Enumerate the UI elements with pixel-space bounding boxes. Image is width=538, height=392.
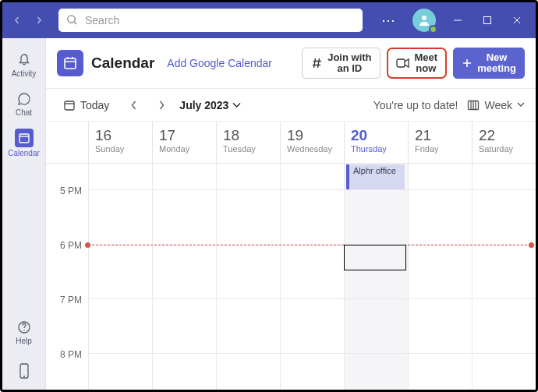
video-icon (396, 58, 410, 69)
chevron-down-icon (232, 102, 241, 108)
main-panel: Calendar Add Google Calendar Join withan… (46, 38, 536, 390)
user-avatar[interactable] (412, 9, 436, 32)
title-bar: ⋯ (2, 2, 536, 38)
add-google-calendar-link[interactable]: Add Google Calendar (167, 57, 272, 69)
hour-label: 5 PM (46, 184, 88, 238)
help-icon (16, 320, 32, 335)
device-icon (17, 362, 31, 380)
day-header-today[interactable]: 20Thursday (344, 122, 408, 163)
search-wrapper (58, 9, 363, 32)
header-actions: Join withan ID Meetnow Newmeeting (302, 48, 525, 79)
rail-device[interactable] (3, 352, 45, 390)
calendar-header: Calendar Add Google Calendar Join withan… (46, 38, 536, 89)
chat-icon (16, 91, 32, 107)
rail-label: Chat (16, 108, 32, 117)
sync-status: You're up to date! (373, 99, 458, 111)
next-period[interactable] (151, 95, 172, 115)
calendar-app-icon (57, 50, 83, 76)
hour-row[interactable]: 6 PM (46, 244, 536, 298)
nav-forward[interactable] (30, 12, 48, 29)
week-icon (467, 100, 480, 111)
rail-help[interactable]: Help (3, 313, 45, 351)
hour-row[interactable]: 5 PM (46, 189, 536, 244)
rail-label: Help (16, 337, 32, 345)
meet-now-button[interactable]: Meetnow (387, 48, 448, 79)
rail-calendar[interactable]: Calendar (3, 124, 45, 161)
svg-point-0 (68, 16, 75, 23)
day-header[interactable]: 21Friday (408, 122, 472, 163)
calendar-event[interactable]: Alphr office (346, 164, 405, 190)
more-options[interactable]: ⋯ (373, 12, 403, 29)
presence-badge (429, 25, 437, 34)
hash-icon (310, 57, 323, 69)
rail-activity[interactable]: Activity (3, 46, 45, 83)
hour-label: 7 PM (46, 293, 88, 348)
svg-rect-6 (20, 364, 28, 378)
svg-rect-3 (19, 134, 29, 143)
hour-label (46, 164, 88, 184)
maximize-button[interactable] (475, 8, 500, 33)
hour-label: 8 PM (46, 348, 88, 390)
calendar-today-icon (63, 99, 76, 111)
app-window: ⋯ Activity Chat Calendar (0, 0, 538, 392)
calendar-subheader: Today July 2023 You're up to date! Week (46, 89, 536, 122)
svg-rect-8 (397, 59, 405, 67)
rail-label: Calendar (8, 149, 40, 157)
rail-chat[interactable]: Chat (3, 85, 45, 122)
svg-rect-2 (484, 17, 491, 24)
new-meeting-button[interactable]: Newmeeting (453, 48, 525, 79)
search-icon (66, 14, 78, 26)
prev-period[interactable] (123, 95, 143, 115)
svg-rect-9 (65, 101, 74, 110)
day-header[interactable]: 18Tuesday (216, 122, 280, 163)
today-button[interactable]: Today (57, 96, 115, 115)
month-picker[interactable]: July 2023 (179, 99, 241, 111)
close-button[interactable] (504, 8, 529, 33)
hour-row[interactable]: 7 PM (46, 298, 536, 353)
svg-rect-7 (65, 58, 76, 69)
svg-point-1 (422, 16, 427, 20)
nav-back[interactable] (9, 12, 26, 29)
rail-label: Activity (12, 69, 37, 78)
bell-icon (16, 52, 32, 68)
svg-point-5 (23, 330, 24, 330)
view-picker[interactable]: Week (467, 99, 525, 111)
minimize-button[interactable] (445, 8, 470, 33)
day-header[interactable]: 16Sunday (88, 122, 152, 163)
day-header[interactable]: 17Monday (152, 122, 216, 163)
calendar-grid: 16Sunday 17Monday 18Tuesday 19Wednesday … (46, 122, 536, 390)
day-header[interactable]: 22Saturday (472, 122, 536, 163)
plus-icon (462, 58, 473, 69)
person-icon (418, 14, 430, 26)
day-header-row: 16Sunday 17Monday 18Tuesday 19Wednesday … (46, 122, 536, 164)
search-input[interactable] (58, 9, 363, 32)
hour-row[interactable]: Alphr office (46, 164, 536, 189)
join-with-id-button[interactable]: Join withan ID (302, 48, 380, 79)
hour-row[interactable]: 8 PM (46, 353, 536, 390)
app-body: Activity Chat Calendar Help Calenda (2, 38, 536, 390)
page-title: Calendar (91, 55, 154, 72)
hour-label: 6 PM (46, 238, 88, 293)
chevron-down-icon (517, 102, 525, 108)
calendar-icon (15, 129, 34, 147)
current-time-indicator (88, 245, 531, 245)
nav-rail: Activity Chat Calendar Help (2, 38, 46, 390)
time-grid[interactable]: Alphr office 5 PM 6 PM 7 PM (46, 164, 536, 390)
day-header[interactable]: 19Wednesday (280, 122, 344, 163)
